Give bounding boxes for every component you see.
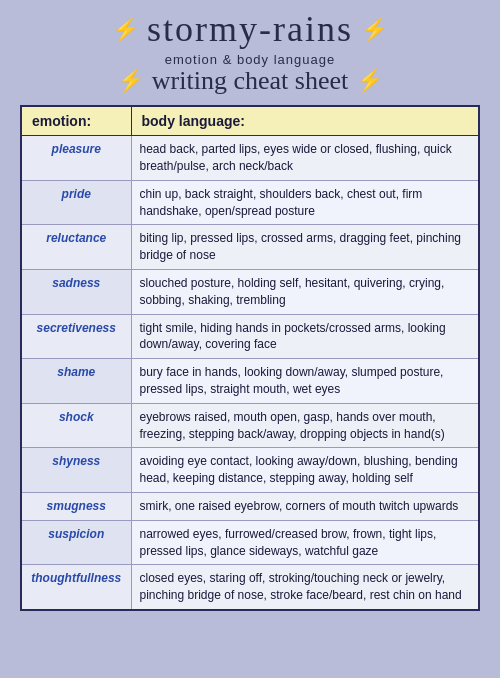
emotion-cell: smugness (21, 492, 131, 520)
body-language-cell: smirk, one raised eyebrow, corners of mo… (131, 492, 479, 520)
emotion-cell: shock (21, 403, 131, 448)
col-emotion-header: emotion: (21, 106, 131, 136)
body-language-cell: tight smile, hiding hands in pockets/cro… (131, 314, 479, 359)
subtitle: emotion & body language (20, 52, 480, 67)
body-language-cell: biting lip, pressed lips, crossed arms, … (131, 225, 479, 270)
lightning-icon-right2: ⚡ (356, 68, 383, 94)
cheat-sheet-table: emotion: body language: pleasurehead bac… (20, 105, 480, 611)
table-row: pridechin up, back straight, shoulders b… (21, 180, 479, 225)
body-language-cell: head back, parted lips, eyes wide or clo… (131, 136, 479, 181)
main-title: stormy-rains (147, 10, 353, 50)
body-language-cell: narrowed eyes, furrowed/creased brow, fr… (131, 520, 479, 565)
lightning-icon-right: ⚡ (361, 17, 388, 43)
body-language-cell: slouched posture, holding self, hesitant… (131, 269, 479, 314)
body-language-cell: eyebrows raised, mouth open, gasp, hands… (131, 403, 479, 448)
table-row: sadnessslouched posture, holding self, h… (21, 269, 479, 314)
lightning-icon-left: ⚡ (112, 17, 139, 43)
col-body-header: body language: (131, 106, 479, 136)
emotion-cell: secretiveness (21, 314, 131, 359)
table-row: thoughtfullnessclosed eyes, staring off,… (21, 565, 479, 610)
emotion-cell: sadness (21, 269, 131, 314)
writing-title: writing cheat sheet (152, 67, 348, 96)
body-language-cell: avoiding eye contact, looking away/down,… (131, 448, 479, 493)
lightning-icon-left2: ⚡ (117, 68, 144, 94)
table-row: smugnesssmirk, one raised eyebrow, corne… (21, 492, 479, 520)
table-row: pleasurehead back, parted lips, eyes wid… (21, 136, 479, 181)
table-row: shamebury face in hands, looking down/aw… (21, 359, 479, 404)
emotion-cell: shyness (21, 448, 131, 493)
page-header: ⚡ stormy-rains ⚡ emotion & body language… (20, 10, 480, 95)
table-row: suspicionnarrowed eyes, furrowed/creased… (21, 520, 479, 565)
table-row: secretivenesstight smile, hiding hands i… (21, 314, 479, 359)
table-row: shynessavoiding eye contact, looking awa… (21, 448, 479, 493)
emotion-cell: suspicion (21, 520, 131, 565)
emotion-cell: thoughtfullness (21, 565, 131, 610)
emotion-cell: shame (21, 359, 131, 404)
table-row: shockeyebrows raised, mouth open, gasp, … (21, 403, 479, 448)
emotion-cell: pride (21, 180, 131, 225)
emotion-cell: pleasure (21, 136, 131, 181)
body-language-cell: bury face in hands, looking down/away, s… (131, 359, 479, 404)
emotion-cell: reluctance (21, 225, 131, 270)
body-language-cell: closed eyes, staring off, stroking/touch… (131, 565, 479, 610)
body-language-cell: chin up, back straight, shoulders back, … (131, 180, 479, 225)
table-row: reluctancebiting lip, pressed lips, cros… (21, 225, 479, 270)
